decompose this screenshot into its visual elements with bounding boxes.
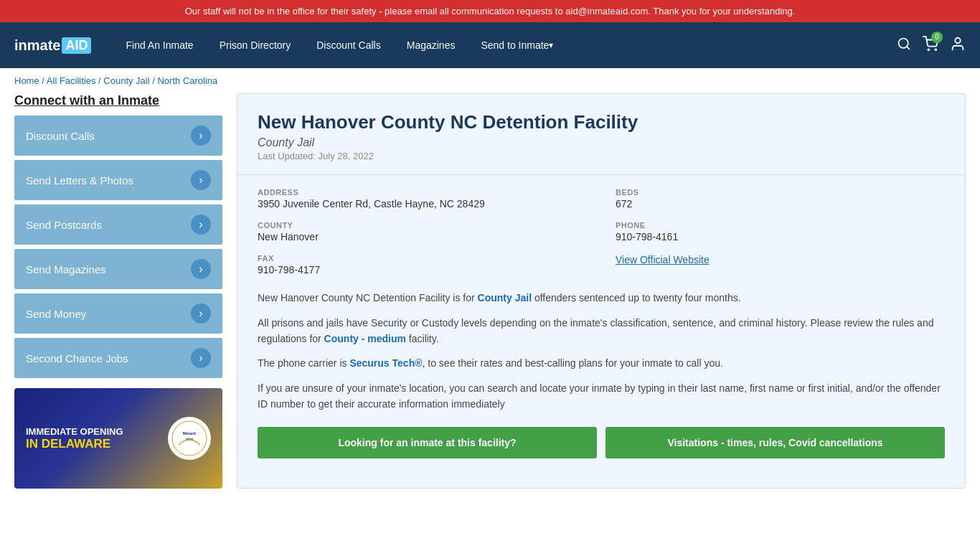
website-link[interactable]: View Official Website bbox=[616, 254, 710, 265]
logo[interactable]: inmate AID bbox=[14, 37, 91, 54]
breadcrumb-all-facilities[interactable]: All Facilities bbox=[47, 75, 96, 86]
chevron-right-icon: › bbox=[191, 303, 211, 324]
address-block: ADDRESS 3950 Juvenile Center Rd, Castle … bbox=[258, 188, 587, 209]
phone-label: PHONE bbox=[616, 221, 945, 230]
nav-prison-directory[interactable]: Prison Directory bbox=[207, 22, 304, 68]
sidebar-item-label: Send Magazines bbox=[26, 263, 106, 276]
sidebar-item-send-postcards[interactable]: Send Postcards › bbox=[14, 204, 222, 245]
fax-block: FAX 910-798-4177 bbox=[258, 254, 587, 276]
desc-2: All prisons and jails have Security or C… bbox=[258, 315, 945, 347]
logo-aid-text: AID bbox=[62, 37, 91, 54]
website-block: View Official Website bbox=[616, 254, 945, 276]
fax-value: 910-798-4177 bbox=[258, 264, 587, 276]
phone-value: 910-798-4161 bbox=[616, 231, 945, 242]
nav-send-to-inmate[interactable]: Send to Inmate bbox=[468, 22, 566, 68]
ad-logo: Mount aire bbox=[168, 417, 211, 460]
sidebar-item-label: Send Postcards bbox=[26, 219, 102, 231]
phone-block: PHONE 910-798-4161 bbox=[616, 221, 945, 242]
looking-for-inmate-button[interactable]: Looking for an inmate at this facility? bbox=[258, 427, 597, 458]
county-block: COUNTY New Hanover bbox=[258, 221, 587, 242]
logo-inmate-text: inmate bbox=[14, 37, 60, 54]
sidebar-title: Connect with an Inmate bbox=[14, 93, 222, 108]
chevron-right-icon: › bbox=[191, 259, 211, 279]
beds-block: BEDS 672 bbox=[616, 188, 945, 209]
desc-4: If you are unsure of your inmate's locat… bbox=[258, 380, 945, 413]
user-icon[interactable] bbox=[950, 36, 966, 55]
desc-1: New Hanover County NC Detention Facility… bbox=[258, 290, 945, 306]
nav-icons: 0 bbox=[897, 36, 966, 55]
sidebar-item-send-magazines[interactable]: Send Magazines › bbox=[14, 249, 222, 289]
main-nav: Find An Inmate Prison Directory Discount… bbox=[113, 22, 897, 68]
svg-point-3 bbox=[935, 49, 936, 50]
search-icon[interactable] bbox=[897, 37, 911, 55]
beds-label: BEDS bbox=[616, 188, 945, 197]
sidebar-item-label: Send Money bbox=[26, 308, 86, 320]
address-value: 3950 Juvenile Center Rd, Castle Hayne, N… bbox=[258, 198, 587, 209]
county-value: New Hanover bbox=[258, 231, 587, 242]
divider bbox=[237, 174, 965, 175]
alert-banner: Our staff will not be in the office for … bbox=[0, 0, 980, 22]
county-jail-link-1[interactable]: County Jail bbox=[478, 292, 532, 303]
cart-icon[interactable]: 0 bbox=[923, 36, 938, 55]
cart-badge: 0 bbox=[931, 32, 943, 43]
sidebar-item-discount-calls[interactable]: Discount Calls › bbox=[14, 116, 222, 156]
sidebar-item-label: Discount Calls bbox=[26, 130, 95, 142]
county-medium-link[interactable]: County - medium bbox=[324, 333, 406, 344]
chevron-right-icon: › bbox=[191, 348, 211, 368]
visitations-button[interactable]: Visitations - times, rules, Covid cancel… bbox=[606, 427, 945, 458]
svg-point-2 bbox=[928, 49, 929, 50]
sidebar-item-second-chance-jobs[interactable]: Second Chance Jobs › bbox=[14, 338, 222, 378]
sidebar-ad[interactable]: IMMEDIATE OPENING IN DELAWARE Mount aire bbox=[14, 388, 222, 489]
svg-line-1 bbox=[907, 46, 910, 49]
sidebar-item-send-money[interactable]: Send Money › bbox=[14, 293, 222, 334]
county-label: COUNTY bbox=[258, 221, 587, 230]
sidebar: Connect with an Inmate Discount Calls › … bbox=[14, 93, 222, 489]
nav-magazines[interactable]: Magazines bbox=[394, 22, 468, 68]
sidebar-item-label: Send Letters & Photos bbox=[26, 174, 133, 187]
facility-type: County Jail bbox=[258, 136, 945, 149]
chevron-right-icon: › bbox=[191, 126, 211, 146]
info-grid: ADDRESS 3950 Juvenile Center Rd, Castle … bbox=[258, 188, 945, 276]
chevron-right-icon: › bbox=[191, 215, 211, 235]
address-label: ADDRESS bbox=[258, 188, 587, 197]
header: inmate AID Find An Inmate Prison Directo… bbox=[0, 22, 980, 68]
main-content: Connect with an Inmate Discount Calls › … bbox=[0, 93, 980, 503]
facility-updated: Last Updated: July 28, 2022 bbox=[258, 151, 945, 161]
bottom-buttons: Looking for an inmate at this facility? … bbox=[258, 427, 945, 458]
nav-find-inmate[interactable]: Find An Inmate bbox=[113, 22, 206, 68]
fax-label: FAX bbox=[258, 254, 587, 263]
sidebar-item-label: Second Chance Jobs bbox=[26, 352, 128, 364]
chevron-right-icon: › bbox=[191, 170, 211, 190]
facility-panel: New Hanover County NC Detention Facility… bbox=[237, 93, 966, 489]
ad-line1: IMMEDIATE OPENING bbox=[26, 426, 123, 437]
nav-discount-calls[interactable]: Discount Calls bbox=[303, 22, 393, 68]
ad-line2: IN DELAWARE bbox=[26, 437, 110, 451]
breadcrumb: Home / All Facilities / County Jail / No… bbox=[0, 68, 980, 93]
svg-point-4 bbox=[955, 37, 960, 42]
beds-value: 672 bbox=[616, 198, 945, 209]
svg-text:Mount: Mount bbox=[183, 431, 196, 435]
alert-text: Our staff will not be in the office for … bbox=[185, 6, 796, 17]
breadcrumb-county-jail[interactable]: County Jail bbox=[103, 75, 149, 86]
breadcrumb-home[interactable]: Home bbox=[14, 75, 39, 86]
facility-name: New Hanover County NC Detention Facility bbox=[258, 111, 945, 133]
securus-link[interactable]: Securus Tech® bbox=[349, 357, 422, 369]
breadcrumb-north-carolina[interactable]: North Carolina bbox=[157, 75, 217, 86]
sidebar-item-send-letters[interactable]: Send Letters & Photos › bbox=[14, 160, 222, 200]
desc-3: The phone carrier is Securus Tech®, to s… bbox=[258, 355, 945, 371]
